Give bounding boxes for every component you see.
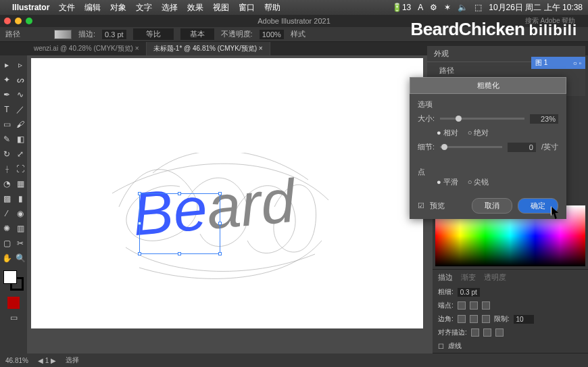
menu-object[interactable]: 对象 bbox=[110, 2, 126, 14]
menu-edit[interactable]: 编辑 bbox=[84, 2, 101, 14]
limit-input[interactable]: 10 bbox=[514, 315, 534, 324]
app-name[interactable]: Illustrator bbox=[12, 3, 49, 12]
shaper-tool-icon[interactable]: ✎ bbox=[1, 133, 13, 145]
join-round-icon[interactable] bbox=[470, 315, 478, 323]
shape-builder-icon[interactable]: ◔ bbox=[1, 178, 13, 190]
menu-window[interactable]: 窗口 bbox=[239, 2, 255, 14]
cap-round-icon[interactable] bbox=[470, 301, 478, 310]
volume-icon[interactable]: 🔈 bbox=[458, 3, 468, 12]
menu-help[interactable]: 帮助 bbox=[264, 2, 280, 14]
cancel-button[interactable]: 取消 bbox=[472, 198, 512, 214]
graph-tool-icon[interactable]: ▥ bbox=[14, 222, 26, 235]
direct-select-tool-icon[interactable]: ▹ bbox=[14, 59, 26, 71]
layer-badge[interactable]: 图 1○ ▫ bbox=[531, 57, 585, 69]
clock[interactable]: 10月26日 周二 上午 10:38 bbox=[489, 2, 583, 14]
weight-input[interactable]: 0.3 pt bbox=[458, 288, 480, 297]
menu-type[interactable]: 文字 bbox=[136, 2, 152, 14]
menu-view[interactable]: 视图 bbox=[213, 2, 229, 14]
gradient-tool-icon[interactable]: ▮ bbox=[14, 193, 26, 205]
brush-style[interactable]: 基本 bbox=[180, 28, 214, 40]
wand-tool-icon[interactable]: ✦ bbox=[1, 74, 13, 86]
smooth-radio[interactable]: 平滑 bbox=[437, 177, 458, 187]
eraser-tool-icon[interactable]: ◧ bbox=[14, 133, 26, 145]
symbol-sprayer-icon[interactable]: ✺ bbox=[1, 222, 13, 235]
bluetooth-icon[interactable]: ⚙ bbox=[430, 3, 437, 12]
menu-file[interactable]: 文件 bbox=[59, 2, 75, 14]
perspective-icon[interactable]: ▦ bbox=[14, 178, 26, 190]
size-value[interactable]: 23% bbox=[530, 114, 558, 124]
lasso-tool-icon[interactable]: ᔕ bbox=[14, 74, 26, 86]
scale-tool-icon[interactable]: ⤢ bbox=[14, 148, 26, 160]
pen-tool-icon[interactable]: ✒ bbox=[1, 89, 13, 101]
selection-tool-icon[interactable]: ▸ bbox=[1, 59, 13, 71]
corner-radio[interactable]: 尖锐 bbox=[468, 177, 489, 187]
canvas[interactable]: Beard bbox=[27, 55, 433, 353]
artboard[interactable]: Beard bbox=[31, 58, 423, 328]
detail-slider[interactable] bbox=[440, 146, 502, 148]
input-method-icon[interactable]: A bbox=[418, 3, 423, 12]
control-center-icon[interactable]: ⬚ bbox=[474, 3, 482, 12]
rotate-tool-icon[interactable]: ↻ bbox=[1, 148, 13, 160]
cursor-icon bbox=[551, 206, 562, 220]
hand-tool-icon[interactable]: ✋ bbox=[1, 252, 13, 264]
cap-square-icon[interactable] bbox=[482, 301, 490, 310]
preview-checkbox[interactable]: ☑ bbox=[418, 201, 424, 210]
artboard-nav[interactable]: ◀ 1 ▶ bbox=[38, 357, 56, 364]
mesh-tool-icon[interactable]: ▩ bbox=[1, 193, 13, 205]
curvature-tool-icon[interactable]: ∿ bbox=[14, 89, 26, 101]
close-icon[interactable] bbox=[4, 18, 11, 24]
brush-tool-icon[interactable]: 🖌 bbox=[14, 118, 26, 130]
app-title: Adobe Illustrator 2021 bbox=[258, 17, 330, 25]
ok-button[interactable]: 确定 bbox=[518, 198, 558, 214]
align-inside-icon[interactable] bbox=[483, 328, 491, 337]
stroke-tab[interactable]: 描边 bbox=[438, 272, 453, 283]
free-transform-icon[interactable]: ⛶ bbox=[14, 163, 26, 175]
opacity-input[interactable]: 100% bbox=[260, 30, 284, 39]
relative-radio[interactable]: 相对 bbox=[437, 128, 458, 138]
close-tab-icon[interactable]: × bbox=[259, 45, 263, 52]
stroke-swatch[interactable] bbox=[54, 30, 72, 39]
align-center-icon[interactable] bbox=[471, 328, 479, 337]
zoom-tool-icon[interactable]: 🔍 bbox=[14, 252, 26, 264]
align-outside-icon[interactable] bbox=[495, 328, 504, 337]
document-tab[interactable]: 未标题-1* @ 46.81% (CMYK/预览) × bbox=[147, 42, 270, 55]
roughen-dialog: 粗糙化 选项 大小: 23% 相对 绝对 细节: 0 /英寸 点 平滑 尖锐 ☑… bbox=[410, 77, 566, 219]
zoom-level[interactable]: 46.81% bbox=[5, 357, 28, 364]
absolute-radio[interactable]: 绝对 bbox=[468, 128, 489, 138]
eyedropper-icon[interactable]: ⁄ bbox=[1, 207, 13, 220]
fill-stroke-indicator[interactable] bbox=[3, 270, 24, 291]
width-profile[interactable]: 等比 bbox=[133, 28, 174, 40]
window-controls[interactable] bbox=[4, 18, 32, 24]
menu-effect[interactable]: 效果 bbox=[187, 2, 203, 14]
wifi-icon[interactable]: ✶ bbox=[444, 3, 451, 12]
width-tool-icon[interactable]: ⟊ bbox=[1, 163, 13, 175]
minimize-icon[interactable] bbox=[15, 18, 22, 24]
menu-select[interactable]: 选择 bbox=[162, 2, 178, 14]
gradient-tab[interactable]: 渐变 bbox=[461, 272, 476, 283]
close-tab-icon[interactable]: × bbox=[135, 45, 139, 52]
color-mode-icon[interactable] bbox=[7, 297, 20, 309]
document-tab[interactable]: wenzi.ai @ 40.28% (CMYK/预览) × bbox=[27, 42, 147, 55]
artboard-tool-icon[interactable]: ▢ bbox=[1, 237, 13, 249]
mac-menubar: Illustrator 文件 编辑 对象 文字 选择 效果 视图 窗口 帮助 🔋… bbox=[0, 0, 588, 15]
slice-tool-icon[interactable]: ✂ bbox=[14, 237, 26, 249]
selection-bounds[interactable] bbox=[139, 193, 220, 254]
appearance-button[interactable]: 样式 bbox=[291, 29, 305, 39]
screen-mode-icon[interactable]: ▭ bbox=[7, 312, 20, 324]
dashed-checkbox[interactable]: ☐ bbox=[438, 343, 444, 350]
preview-label: 预览 bbox=[430, 201, 445, 211]
transparency-tab[interactable]: 透明度 bbox=[484, 272, 506, 283]
type-tool-icon[interactable]: T bbox=[1, 103, 13, 116]
fill-color[interactable] bbox=[3, 270, 17, 284]
cap-butt-icon[interactable] bbox=[458, 301, 466, 310]
rect-tool-icon[interactable]: ▭ bbox=[1, 118, 13, 130]
detail-value[interactable]: 0 bbox=[508, 143, 536, 152]
size-slider[interactable] bbox=[440, 118, 524, 120]
stroke-weight-input[interactable]: 0.3 pt bbox=[102, 30, 126, 39]
weight-label: 粗细: bbox=[438, 287, 454, 297]
join-bevel-icon[interactable] bbox=[482, 315, 490, 323]
blend-tool-icon[interactable]: ◉ bbox=[14, 207, 26, 220]
line-tool-icon[interactable]: ／ bbox=[14, 103, 26, 116]
join-miter-icon[interactable] bbox=[458, 315, 466, 323]
zoom-icon[interactable] bbox=[26, 18, 32, 24]
